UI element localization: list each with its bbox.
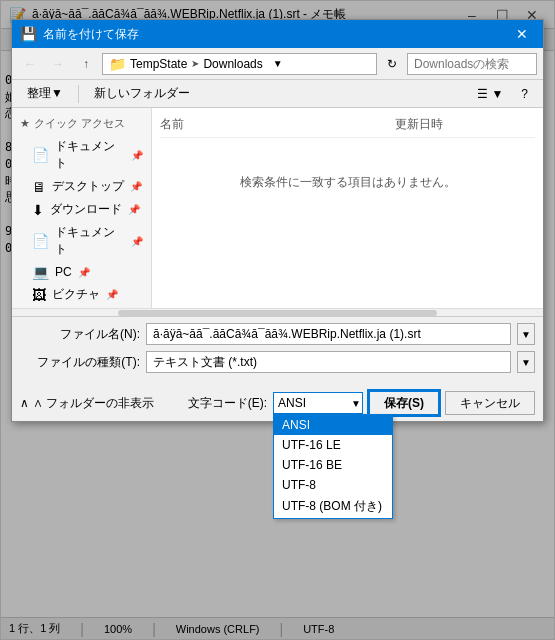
encoding-option-utf16le[interactable]: UTF-16 LE bbox=[274, 435, 392, 455]
path-dropdown-button[interactable]: ▼ bbox=[267, 53, 289, 75]
dialog-fields: ファイル名(N): ▼ ファイルの種類(T): ▼ bbox=[12, 316, 543, 385]
dialog-toolbar2: 整理▼ 新しいフォルダー ☰ ▼ ? bbox=[12, 80, 543, 108]
sidebar-item-documents1[interactable]: 📄 ドキュメント 📌 bbox=[12, 135, 151, 175]
filetype-row: ファイルの種類(T): ▼ bbox=[20, 351, 535, 373]
encoding-option-utf8[interactable]: UTF-8 bbox=[274, 475, 392, 495]
dialog-main: ★ クイック アクセス 📄 ドキュメント 📌 🖥 デスクトップ 📌 bbox=[12, 108, 543, 308]
path-bar[interactable]: 📁 TempState ➤ Downloads ▼ bbox=[102, 53, 377, 75]
sidebar-item-label: PC bbox=[55, 265, 72, 279]
sidebar-item-pc[interactable]: 💻 PC 📌 bbox=[12, 261, 151, 283]
encoding-option-utf16be[interactable]: UTF-16 BE bbox=[274, 455, 392, 475]
dialog-nav-toolbar: ← → ↑ 📁 TempState ➤ Downloads ▼ ↻ 🔍 bbox=[12, 48, 543, 80]
encoding-section: 文字コード(E): ANSI UTF-16 LE UTF-16 BE UTF-8… bbox=[188, 391, 535, 415]
folder-icon: 🖥 bbox=[32, 179, 46, 195]
pin-icon: 📌 bbox=[106, 289, 118, 300]
dialog-filelist: 名前 更新日時 検索条件に一致する項目はありません。 bbox=[152, 108, 543, 308]
pin-icon: 📌 bbox=[130, 181, 142, 192]
sidebar-section-label: クイック アクセス bbox=[34, 116, 125, 131]
dialog-title: 名前を付けて保存 bbox=[43, 26, 509, 43]
notepad-window: 📝 ā·āÿā~āā¯.āāCā¾ā¯āā¾.WEBRip.Netflix.ja… bbox=[0, 0, 555, 640]
no-results-message: 検索条件に一致する項目はありません。 bbox=[160, 142, 535, 222]
dialog-close-button[interactable]: ✕ bbox=[509, 24, 535, 44]
refresh-button[interactable]: ↻ bbox=[381, 53, 403, 75]
sidebar-item-pictures[interactable]: 🖼 ビクチャ 📌 bbox=[12, 283, 151, 306]
nav-up-button[interactable]: ↑ bbox=[74, 53, 98, 75]
scrollbar-area bbox=[12, 308, 543, 316]
filename-dropdown-button[interactable]: ▼ bbox=[517, 323, 535, 345]
view-icons: ☰ ▼ ? bbox=[468, 83, 537, 105]
help-button[interactable]: ? bbox=[512, 83, 537, 105]
nav-back-button[interactable]: ← bbox=[18, 53, 42, 75]
pin-icon: 📌 bbox=[128, 204, 140, 215]
filetype-dropdown-button[interactable]: ▼ bbox=[517, 351, 535, 373]
folder-toggle-label: ∧ フォルダーの非表示 bbox=[33, 395, 154, 412]
sidebar-item-label: ダウンロード bbox=[50, 201, 122, 218]
search-box: 🔍 bbox=[407, 53, 537, 75]
organize-button[interactable]: 整理▼ bbox=[18, 83, 72, 105]
path-current: Downloads bbox=[203, 57, 262, 71]
folder-toggle[interactable]: ∧ ∧ フォルダーの非表示 bbox=[20, 395, 154, 412]
save-dialog: 💾 名前を付けて保存 ✕ ← → ↑ 📁 TempState ➤ Downloa… bbox=[11, 19, 544, 422]
sidebar-item-documents2[interactable]: 📄 ドキュメント 📌 bbox=[12, 221, 151, 261]
nav-forward-button[interactable]: → bbox=[46, 53, 70, 75]
sidebar-item-desktop[interactable]: 🖥 デスクトップ 📌 bbox=[12, 175, 151, 198]
pin-icon: 📌 bbox=[131, 236, 143, 247]
new-folder-button[interactable]: 新しいフォルダー bbox=[85, 83, 199, 105]
folder-icon: ⬇ bbox=[32, 202, 44, 218]
sidebar-item-downloads[interactable]: ⬇ ダウンロード 📌 bbox=[12, 198, 151, 221]
pin-icon: 📌 bbox=[78, 267, 90, 278]
view-toggle-button[interactable]: ☰ ▼ bbox=[468, 83, 512, 105]
encoding-select[interactable]: ANSI UTF-16 LE UTF-16 BE UTF-8 UTF-8 (BO… bbox=[273, 392, 363, 414]
save-button[interactable]: 保存(S) bbox=[369, 391, 439, 415]
path-root: TempState bbox=[130, 57, 187, 71]
dialog-overlay: 💾 名前を付けて保存 ✕ ← → ↑ 📁 TempState ➤ Downloa… bbox=[1, 1, 554, 639]
folder-icon: 📄 bbox=[32, 233, 49, 249]
sidebar-item-videos[interactable]: 🎬 ビデオ bbox=[12, 306, 151, 308]
folder-icon: 📄 bbox=[32, 147, 49, 163]
filename-input[interactable] bbox=[146, 323, 511, 345]
col-date[interactable]: 更新日時 bbox=[395, 116, 535, 133]
filetype-input[interactable] bbox=[146, 351, 511, 373]
path-separator-icon: ➤ bbox=[191, 58, 199, 69]
col-name[interactable]: 名前 bbox=[160, 116, 395, 133]
filelist-header: 名前 更新日時 bbox=[160, 116, 535, 138]
cancel-button[interactable]: キャンセル bbox=[445, 391, 535, 415]
encoding-label: 文字コード(E): bbox=[188, 395, 267, 412]
encoding-option-utf8bom[interactable]: UTF-8 (BOM 付き) bbox=[274, 495, 392, 518]
encoding-popup: ANSI UTF-16 LE UTF-16 BE UTF-8 UTF-8 (BO… bbox=[273, 414, 393, 519]
filename-row: ファイル名(N): ▼ bbox=[20, 323, 535, 345]
filename-label: ファイル名(N): bbox=[20, 326, 140, 343]
sidebar-section-header: ★ クイック アクセス bbox=[12, 112, 151, 135]
dialog-bottombar: ∧ ∧ フォルダーの非表示 文字コード(E): ANSI UTF-16 LE U… bbox=[12, 385, 543, 421]
folder-icon: 💻 bbox=[32, 264, 49, 280]
folder-icon: 🖼 bbox=[32, 287, 46, 303]
sidebar-item-label: ドキュメント bbox=[55, 224, 125, 258]
pin-icon: 📌 bbox=[131, 150, 143, 161]
dialog-titlebar: 💾 名前を付けて保存 ✕ bbox=[12, 20, 543, 48]
search-input[interactable] bbox=[414, 57, 555, 71]
toolbar-separator bbox=[78, 85, 79, 103]
sidebar-item-label: ドキュメント bbox=[55, 138, 125, 172]
sidebar-item-label: デスクトップ bbox=[52, 178, 124, 195]
encoding-option-ansi[interactable]: ANSI bbox=[274, 415, 392, 435]
chevron-up-icon: ∧ bbox=[20, 396, 29, 410]
filetype-label: ファイルの種類(T): bbox=[20, 354, 140, 371]
encoding-dropdown: ANSI UTF-16 LE UTF-16 BE UTF-8 UTF-8 (BO… bbox=[273, 392, 363, 414]
dialog-sidebar: ★ クイック アクセス 📄 ドキュメント 📌 🖥 デスクトップ 📌 bbox=[12, 108, 152, 308]
sidebar-item-label: ビクチャ bbox=[52, 286, 100, 303]
